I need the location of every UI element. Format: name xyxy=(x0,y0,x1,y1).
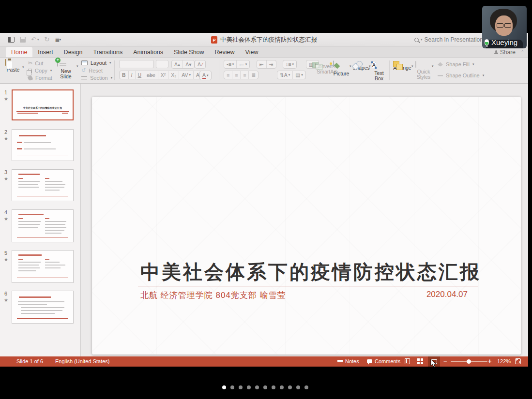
shapes-caret-icon[interactable]: ▾ xyxy=(369,64,371,68)
webcam-video[interactable]: Xueying xyxy=(482,6,527,48)
align-left-button[interactable]: ≡ xyxy=(224,71,232,79)
pagination-dots[interactable] xyxy=(222,385,308,389)
pagination-dot[interactable] xyxy=(222,385,226,389)
align-right-button[interactable]: ≡ xyxy=(241,71,249,79)
pagination-dot[interactable] xyxy=(230,385,234,389)
slide-thumbnail-2[interactable] xyxy=(12,129,74,161)
align-center-button[interactable]: ≡ xyxy=(232,71,241,79)
zoom-level[interactable]: 122% xyxy=(497,358,511,364)
picture-caret-icon[interactable]: ▾ xyxy=(350,64,351,68)
shape-outline-button[interactable]: Shape Outline ▾ xyxy=(438,73,484,78)
ribbon: Paste ▾ ✂ Cut Copy ▾ Format + New Sli xyxy=(0,58,528,84)
current-slide[interactable]: 中美社会体系下的疫情防控状态汇报 北航 经济管理学院 804党支部 喻雪莹 20… xyxy=(92,97,521,355)
tab-animations[interactable]: Animations xyxy=(128,47,168,57)
paste-button[interactable]: Paste xyxy=(5,59,21,73)
slide-sorter-button[interactable] xyxy=(417,358,423,364)
tab-transitions[interactable]: Transitions xyxy=(88,47,128,57)
pagination-dot[interactable] xyxy=(304,385,308,389)
shape-fill-button[interactable]: Shape Fill ▾ xyxy=(438,61,474,67)
line-spacing-button[interactable]: ↕≡▾ xyxy=(283,60,296,68)
tab-insert[interactable]: Insert xyxy=(32,47,58,57)
text-box-button[interactable]: A Text Box xyxy=(372,61,386,81)
workspace: 1 ★ 中美社会体系下的疫情防控状态汇报 2 ★ xyxy=(0,84,528,356)
slide-thumbnail-4[interactable] xyxy=(12,209,74,242)
share-button[interactable]: Share xyxy=(494,49,516,56)
tab-view[interactable]: View xyxy=(240,47,264,57)
pagination-dot[interactable] xyxy=(239,385,243,389)
slide-subtitle[interactable]: 北航 经济管理学院 804党支部 喻雪莹 xyxy=(140,290,286,301)
clear-formatting-button[interactable]: A∕ xyxy=(195,60,205,68)
reset-label: Reset xyxy=(89,68,103,74)
font-color-button[interactable]: A▾ xyxy=(200,71,211,80)
font-name-input[interactable] xyxy=(119,60,154,68)
slide-thumbnail-6[interactable] xyxy=(12,291,74,324)
new-slide-caret-icon[interactable]: ▾ xyxy=(76,64,78,68)
plus-icon: + xyxy=(55,58,61,63)
pagination-dot[interactable] xyxy=(288,385,292,389)
underline-button[interactable]: U xyxy=(136,71,145,79)
zoom-out-button[interactable]: − xyxy=(443,357,447,365)
pagination-dot[interactable] xyxy=(272,385,275,389)
paste-caret-icon[interactable]: ▾ xyxy=(22,65,24,69)
tab-review[interactable]: Review xyxy=(210,47,240,57)
slide-date[interactable]: 2020.04.07 xyxy=(426,290,468,299)
arrange-button[interactable]: Arrange xyxy=(393,61,411,71)
share-label: Share xyxy=(500,49,516,56)
numbering-button[interactable]: ≔▾ xyxy=(237,60,249,68)
normal-view-button[interactable] xyxy=(405,358,410,364)
collapse-ribbon-icon[interactable]: ⌃ xyxy=(520,50,524,55)
decrease-indent-button[interactable]: ⇤ xyxy=(257,60,267,68)
picture-button[interactable]: Picture xyxy=(333,61,350,76)
font-size-input[interactable] xyxy=(156,60,168,68)
shrink-font-button[interactable]: A▾ xyxy=(183,60,194,68)
subscript-button[interactable]: X₂ xyxy=(168,71,179,79)
bullets-button[interactable]: •≡▾ xyxy=(224,60,237,68)
tab-design[interactable]: Design xyxy=(59,47,88,57)
align-text-button[interactable]: ▤▾ xyxy=(293,71,305,79)
new-slide-button[interactable]: + New Slide xyxy=(57,60,75,79)
zoom-slider[interactable] xyxy=(451,361,487,362)
arrange-caret-icon[interactable]: ▾ xyxy=(411,64,413,68)
pagination-dot[interactable] xyxy=(296,385,300,389)
zoom-in-button[interactable]: + xyxy=(488,357,492,365)
section-button[interactable]: Section ▾ xyxy=(81,75,112,81)
pagination-dot[interactable] xyxy=(280,385,284,389)
slide-thumbnail-3[interactable] xyxy=(12,169,74,201)
grow-font-button[interactable]: A▴ xyxy=(172,60,183,68)
format-painter-icon xyxy=(28,75,33,81)
italic-button[interactable]: I xyxy=(129,71,136,79)
quick-styles-button[interactable]: Quick Styles xyxy=(415,61,432,80)
copy-button[interactable]: Copy ▾ xyxy=(28,68,52,74)
pagination-dot[interactable] xyxy=(247,385,251,389)
quick-styles-caret-icon[interactable]: ▾ xyxy=(432,64,434,68)
comments-button[interactable]: Comments xyxy=(367,358,400,364)
text-direction-button[interactable]: ⇅A▾ xyxy=(277,71,293,79)
slide-number: 6 xyxy=(4,291,7,296)
tab-home[interactable]: Home xyxy=(6,47,32,57)
font-size-buttons: A▴ A▾ xyxy=(171,60,195,69)
search-box[interactable]: ▾ Search in Presentation xyxy=(414,36,483,43)
superscript-button[interactable]: X² xyxy=(158,71,169,79)
notes-button[interactable]: Notes xyxy=(337,358,359,364)
language-indicator[interactable]: English (United States) xyxy=(55,358,110,364)
slide-thumbnail-1[interactable]: 中美社会体系下的疫情防控状态汇报 xyxy=(12,89,74,120)
bold-button[interactable]: B xyxy=(120,71,129,79)
zoom-slider-knob[interactable] xyxy=(467,359,471,364)
shapes-button[interactable]: Shapes xyxy=(352,61,370,71)
cut-button[interactable]: ✂ Cut xyxy=(28,60,52,66)
reset-button[interactable]: ↺ Reset xyxy=(81,67,112,74)
justify-button[interactable]: ≣ xyxy=(249,71,258,79)
increase-indent-button[interactable]: ⇥ xyxy=(267,60,276,68)
tab-slide-show[interactable]: Slide Show xyxy=(168,47,210,57)
layout-button[interactable]: Layout ▾ xyxy=(81,60,112,66)
pagination-dot[interactable] xyxy=(255,385,259,389)
font-color-wrap: A▾ xyxy=(199,71,212,80)
character-spacing-button[interactable]: AV▾ xyxy=(179,71,194,79)
slide-title[interactable]: 中美社会体系下的疫情防控状态汇报 xyxy=(140,259,481,285)
strikethrough-button[interactable]: abe xyxy=(144,71,158,79)
fit-slide-button[interactable] xyxy=(515,358,521,364)
format-painter-button[interactable]: Format xyxy=(28,75,52,81)
reset-icon: ↺ xyxy=(81,67,86,74)
slide-thumbnail-5[interactable] xyxy=(12,250,74,283)
pagination-dot[interactable] xyxy=(263,385,267,389)
